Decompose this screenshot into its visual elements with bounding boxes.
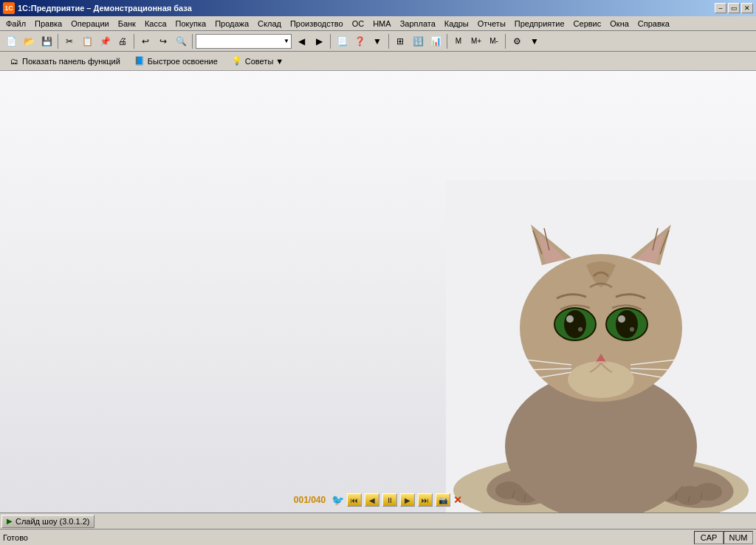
minimize-button[interactable]: – [715, 3, 726, 13]
slide-counter: 001/040 [294, 495, 326, 505]
window-title: 1С:Предприятие – Демонстрационная база [18, 4, 192, 13]
separator-6 [447, 34, 447, 49]
separator-7 [505, 34, 506, 49]
svg-point-32 [616, 310, 638, 338]
find-button[interactable]: 🔍 [173, 33, 189, 49]
close-button[interactable]: ✕ [741, 3, 753, 13]
menu-item-ос[interactable]: ОС [348, 18, 369, 30]
grid-button[interactable]: ⊞ [392, 33, 408, 49]
status-bar: Готово CAP NUM [0, 529, 756, 545]
redo-button[interactable]: ↪ [155, 33, 171, 49]
status-text: Готово [3, 533, 694, 542]
doc-button[interactable]: 📃 [334, 33, 350, 49]
svg-point-43 [568, 361, 634, 398]
separator-3 [192, 34, 193, 49]
last-slide-button[interactable]: ⏭ [418, 493, 433, 507]
separator-4 [330, 34, 331, 49]
pause-button[interactable]: ⏸ [382, 493, 397, 507]
separator-1 [58, 34, 58, 49]
menu-item-окна[interactable]: Окна [605, 18, 633, 30]
menu-item-продажа[interactable]: Продажа [210, 18, 253, 30]
menu-item-справка[interactable]: Справка [633, 18, 674, 30]
tips-icon: 💡 [231, 55, 243, 67]
next-button[interactable]: ▶ [311, 33, 327, 49]
mplus-button[interactable]: M+ [468, 33, 484, 49]
menu-item-банк[interactable]: Банк [114, 18, 140, 30]
menu-item-предприятие[interactable]: Предприятие [510, 18, 569, 30]
show-panel-button[interactable]: 🗂 Показать панель функций [3, 53, 126, 69]
settings-dropdown[interactable]: ▼ [526, 33, 543, 49]
svg-point-35 [630, 327, 634, 332]
status-indicators: CAP NUM [694, 531, 753, 544]
learn-icon: 📘 [134, 55, 145, 67]
menu-item-нма[interactable]: НМА [368, 18, 395, 30]
separator-2 [134, 34, 134, 49]
menu-item-сервис[interactable]: Сервис [569, 18, 606, 30]
print-button[interactable]: 🖨 [114, 33, 131, 49]
menu-bar: ФайлПравкаОперацииБанкКассаПокупкаПродаж… [0, 16, 756, 31]
svg-point-29 [566, 315, 574, 323]
slideshow-controls: 001/040 🐦 ⏮ ◀ ⏸ ▶ ⏭ 📷 ✕ [294, 493, 462, 507]
title-bar-left: 1C 1С:Предприятие – Демонстрационная баз… [3, 2, 192, 14]
taskbar-slideshow-item[interactable]: ▶ Слайд шоу (3.0.1.2) [1, 515, 94, 528]
camera-button[interactable]: 📷 [436, 493, 450, 507]
menu-item-касса[interactable]: Касса [140, 18, 171, 30]
function-bar: 🗂 Показать панель функций 📘 Быстрое осво… [0, 52, 756, 71]
svg-point-12 [694, 483, 722, 501]
help-button[interactable]: ❓ [351, 33, 368, 49]
menu-item-операции[interactable]: Операции [66, 18, 113, 30]
window-controls: – ▭ ✕ [715, 3, 753, 13]
save-button[interactable]: 💾 [38, 33, 55, 49]
menu-item-покупка[interactable]: Покупка [171, 18, 211, 30]
open-button[interactable]: 📂 [21, 33, 37, 49]
cap-indicator: CAP [694, 531, 724, 544]
prev-slide-button[interactable]: ◀ [365, 493, 379, 507]
dropdown2-button[interactable]: ▼ [369, 33, 385, 49]
toolbar: 📄 📂 💾 ✂ 📋 📌 🖨 ↩ ↪ 🔍 ▼ ◀ ▶ 📃 ❓ ▼ ⊞ 🔢 📊 M … [0, 31, 756, 52]
restore-button[interactable]: ▭ [728, 3, 740, 13]
play-button[interactable]: ▶ [400, 493, 415, 507]
app-icon: 1C [3, 2, 15, 14]
menu-item-зарплата[interactable]: Зарплата [396, 18, 440, 30]
calc-button[interactable]: 🔢 [410, 33, 426, 49]
close-slideshow-button[interactable]: ✕ [453, 494, 462, 506]
bird-icon[interactable]: 🐦 [331, 494, 344, 506]
cut-button[interactable]: ✂ [61, 33, 78, 49]
num-indicator: NUM [724, 531, 753, 544]
menu-item-склад[interactable]: Склад [253, 18, 286, 30]
play-icon: ▶ [7, 517, 13, 525]
separator-5 [388, 34, 389, 49]
taskbar-item-label: Слайд шоу (3.0.1.2) [16, 517, 89, 526]
cat-display-area: 001/040 🐦 ⏮ ◀ ⏸ ▶ ⏭ 📷 ✕ [0, 71, 756, 513]
svg-point-27 [564, 310, 586, 338]
chart-button[interactable]: 📊 [427, 33, 444, 49]
menu-item-файл[interactable]: Файл [1, 18, 30, 30]
undo-button[interactable]: ↩ [137, 33, 154, 49]
svg-point-30 [578, 327, 583, 332]
tips-arrow: ▼ [275, 57, 284, 66]
mminus-button[interactable]: M- [486, 33, 502, 49]
title-bar: 1C 1С:Предприятие – Демонстрационная баз… [0, 0, 756, 16]
menu-item-правка[interactable]: Правка [30, 18, 66, 30]
cat-image [446, 180, 756, 513]
menu-item-отчеты[interactable]: Отчеты [473, 18, 510, 30]
quick-learn-button[interactable]: 📘 Быстрое освоение [128, 53, 223, 69]
copy-button[interactable]: 📋 [79, 33, 95, 49]
panel-icon: 🗂 [8, 55, 20, 67]
new-button[interactable]: 📄 [3, 33, 19, 49]
menu-item-кадры[interactable]: Кадры [440, 18, 473, 30]
paste-button[interactable]: 📌 [97, 33, 113, 49]
quick-learn-label: Быстрое освоение [148, 57, 218, 66]
m-button[interactable]: M [450, 33, 467, 49]
prev-button[interactable]: ◀ [293, 33, 309, 49]
taskbar: ▶ Слайд шоу (3.0.1.2) [0, 513, 756, 529]
first-slide-button[interactable]: ⏮ [347, 493, 362, 507]
menu-item-производство[interactable]: Производство [286, 18, 348, 30]
tips-button[interactable]: 💡 Советы ▼ [226, 53, 289, 69]
svg-point-34 [618, 315, 625, 323]
period-dropdown[interactable]: ▼ [196, 34, 292, 49]
main-content: 001/040 🐦 ⏮ ◀ ⏸ ▶ ⏭ 📷 ✕ [0, 71, 756, 513]
tips-label: Советы [245, 57, 273, 66]
dropdown-arrow: ▼ [284, 38, 289, 44]
settings-button[interactable]: ⚙ [509, 33, 525, 49]
